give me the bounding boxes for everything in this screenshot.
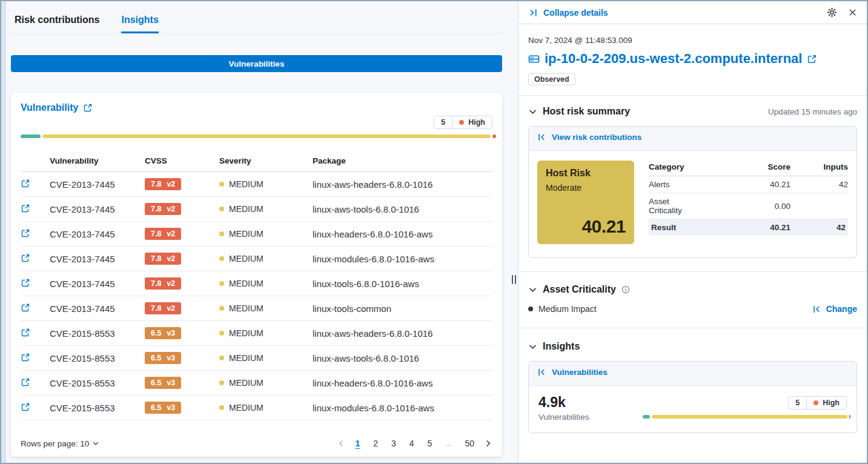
table-row: CVE-2013-7445 7.8v2 MEDIUM linux-tools-c… xyxy=(21,296,492,321)
open-vulnerability-icon[interactable] xyxy=(21,179,30,188)
chevron-down-icon xyxy=(92,440,99,447)
page-button-2[interactable]: 2 xyxy=(369,437,382,449)
page-button-1[interactable]: 1 xyxy=(351,437,363,449)
page-button-5[interactable]: 5 xyxy=(424,437,436,449)
divider xyxy=(518,271,867,272)
severity-label: MEDIUM xyxy=(229,353,263,363)
table-row: CVE-2013-7445 7.8v2 MEDIUM linux-aws-too… xyxy=(21,197,492,222)
vulnerability-id: CVE-2013-7445 xyxy=(50,296,145,321)
host-title-row: ip-10-0-2-209.us-west-2.compute.internal xyxy=(528,51,857,67)
open-vulnerability-icon[interactable] xyxy=(21,377,30,387)
column-header-vulnerability: Vulnerability xyxy=(50,153,145,172)
page-button-3[interactable]: 3 xyxy=(388,437,400,449)
cvss-badge: 7.8v2 xyxy=(145,178,181,190)
settings-gear-icon[interactable] xyxy=(827,7,837,18)
collapse-section-icon[interactable] xyxy=(528,285,537,294)
open-vulnerability-icon[interactable] xyxy=(21,353,30,362)
severity-dot xyxy=(219,380,224,385)
table-row: CVE-2013-7445 7.8v2 MEDIUM linux-tools-6… xyxy=(21,271,492,296)
open-vulnerability-icon[interactable] xyxy=(21,204,30,213)
flyout-body: Nov 7, 2024 @ 11:48:53.009 ip-10-0-2-209… xyxy=(518,24,867,463)
severity-label: MEDIUM xyxy=(229,229,263,239)
vulnerability-link[interactable]: Vulnerability xyxy=(21,102,93,113)
panel-gutter xyxy=(509,1,518,463)
high-severity-dot xyxy=(459,120,464,125)
column-header-package: Package xyxy=(313,153,492,172)
open-vulnerability-icon[interactable] xyxy=(21,303,30,313)
table-row: CVE-2015-8553 6.5v3 MEDIUM linux-aws-too… xyxy=(21,346,492,371)
main-panel: Risk contributions Insights Vulnerabilit… xyxy=(6,1,509,463)
table-row: CVE-2015-8553 6.5v3 MEDIUM linux-modules… xyxy=(21,396,492,420)
collapse-section-icon[interactable] xyxy=(528,342,537,351)
tab-risk-contributions[interactable]: Risk contributions xyxy=(15,15,99,33)
host-risk-summary-title: Host risk summary xyxy=(543,106,630,117)
view-risk-contributions-link[interactable]: View risk contributions xyxy=(537,133,641,142)
asset-criticality-row: Medium Impact Change xyxy=(528,304,857,314)
risk-score: 40.21 xyxy=(700,219,790,236)
collapse-section-icon[interactable] xyxy=(528,107,537,116)
table-footer: Rows per page: 10 12345...50 xyxy=(21,429,492,449)
screen: Risk contributions Insights Vulnerabilit… xyxy=(0,0,868,464)
host-icon xyxy=(528,53,540,65)
risk-score: 0.00 xyxy=(700,193,790,219)
panel-resize-handle[interactable] xyxy=(512,275,516,284)
page-button-4[interactable]: 4 xyxy=(406,437,418,449)
insights-high-count-value: 5 xyxy=(789,397,806,409)
risk-category: Alerts xyxy=(649,176,700,193)
risk-panel-header: View risk contributions xyxy=(529,127,856,151)
column-header-actions xyxy=(21,153,50,172)
pagination: 12345...50 xyxy=(337,437,492,449)
risk-score: 40.21 xyxy=(700,176,790,193)
insights-vulnerabilities-link[interactable]: Vulnerabilities xyxy=(537,368,608,377)
rows-per-page-selector[interactable]: Rows per page: 10 xyxy=(21,439,99,448)
vulnerability-id: CVE-2015-8553 xyxy=(50,346,145,371)
table-row: CVE-2013-7445 7.8v2 MEDIUM linux-modules… xyxy=(21,247,492,271)
severity-label: MEDIUM xyxy=(229,204,263,214)
vulnerabilities-banner-button[interactable]: Vulnerabilities xyxy=(11,55,502,72)
severity-label: MEDIUM xyxy=(229,254,263,263)
external-link-icon xyxy=(83,103,93,113)
chevron-left-icon xyxy=(337,439,345,448)
close-icon[interactable] xyxy=(848,8,857,17)
risk-summary-panel: View risk contributions Host Risk Modera… xyxy=(528,126,857,258)
vulnerability-id: CVE-2013-7445 xyxy=(50,197,145,222)
severity-dot xyxy=(219,207,224,211)
page-button-50[interactable]: 50 xyxy=(461,437,478,449)
asset-criticality-header: Asset Criticality xyxy=(528,284,857,295)
host-risk-level: Moderate xyxy=(546,183,626,193)
vulnerability-id: CVE-2015-8553 xyxy=(50,396,145,420)
open-vulnerability-icon[interactable] xyxy=(21,278,30,288)
cvss-badge: 7.8v2 xyxy=(145,302,181,314)
open-vulnerability-icon[interactable] xyxy=(21,253,30,263)
tab-insights[interactable]: Insights xyxy=(121,15,158,33)
open-vulnerability-icon[interactable] xyxy=(21,328,30,337)
change-criticality-label: Change xyxy=(826,304,857,314)
package-name: linux-modules-6.8.0-1016-aws xyxy=(313,247,492,271)
risk-column-category: Category xyxy=(649,161,700,176)
open-host-external-icon[interactable] xyxy=(807,54,817,64)
flyout-header: Collapse details xyxy=(518,1,867,24)
open-vulnerability-icon[interactable] xyxy=(21,228,30,238)
severity-label: MEDIUM xyxy=(229,303,263,313)
change-criticality-button[interactable]: Change xyxy=(812,304,857,314)
severity-dot xyxy=(219,331,224,336)
risk-table-row: Result 40.21 42 xyxy=(649,219,848,236)
high-count-value: 5 xyxy=(434,116,452,128)
collapsed-left-edge xyxy=(1,1,6,463)
open-vulnerability-icon[interactable] xyxy=(21,402,30,412)
package-name: linux-aws-headers-6.8.0-1016 xyxy=(313,172,492,197)
asset-criticality-value: Medium Impact xyxy=(538,304,597,314)
severity-label: MEDIUM xyxy=(229,179,263,189)
host-risk-card-title: Host Risk xyxy=(546,168,626,179)
collapse-details-button[interactable]: Collapse details xyxy=(528,8,608,18)
chevron-right-icon xyxy=(484,439,492,448)
info-icon[interactable] xyxy=(621,285,630,294)
severity-dot xyxy=(219,256,224,261)
package-name: linux-aws-tools-6.8.0-1016 xyxy=(313,197,492,222)
vulnerabilities-count-block: 4.9k Vulnerabilities xyxy=(538,394,643,422)
previous-page-button[interactable] xyxy=(337,439,345,448)
next-page-button[interactable] xyxy=(484,439,492,448)
severity-dot xyxy=(219,405,224,410)
observed-badge: Observed xyxy=(528,73,575,85)
hostname-link[interactable]: ip-10-0-2-209.us-west-2.compute.internal xyxy=(545,51,802,67)
